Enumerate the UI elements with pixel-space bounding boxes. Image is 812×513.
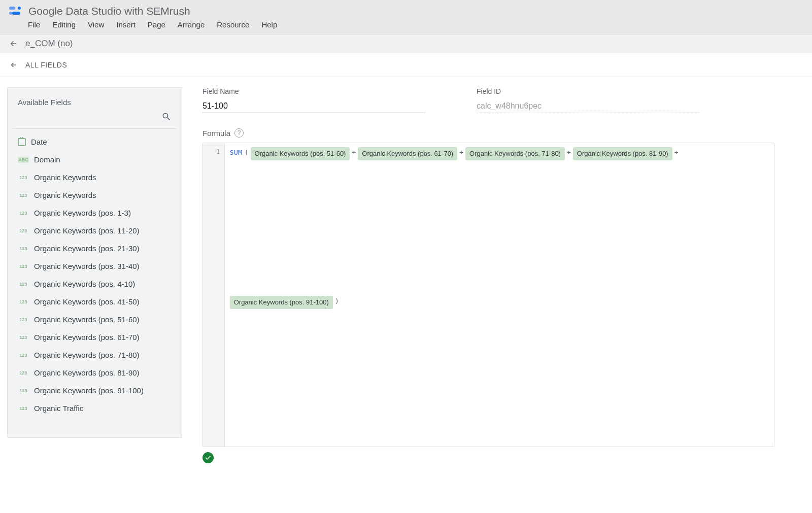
number-type-icon: 123 (18, 388, 29, 394)
field-row[interactable]: 123Organic Keywords (pos. 81-90) (13, 364, 177, 382)
field-chip[interactable]: Organic Keywords (pos. 71-80) (465, 147, 565, 160)
field-row[interactable]: ABCDomain (13, 151, 177, 168)
field-id-label: Field ID (477, 87, 700, 95)
field-row[interactable]: 123Organic Keywords (pos. 21-30) (13, 240, 177, 257)
field-id-input (477, 99, 700, 113)
menu-insert[interactable]: Insert (116, 20, 136, 29)
field-label: Organic Keywords (pos. 21-30) (34, 244, 140, 253)
plus-operator: + (567, 147, 571, 158)
number-type-icon: 123 (18, 334, 29, 340)
field-row[interactable]: 123Organic Keywords (pos. 91-100) (13, 382, 177, 399)
field-row[interactable]: 123Organic Keywords (pos. 51-60) (13, 311, 177, 328)
back-arrow-icon[interactable] (9, 60, 18, 70)
number-type-icon: 123 (18, 405, 29, 412)
plus-operator: + (352, 147, 356, 158)
formula-editor[interactable]: 1 SUM(Organic Keywords (pos. 51-60)+Orga… (202, 143, 774, 447)
menu-file[interactable]: File (28, 20, 40, 29)
field-row[interactable]: 123Organic Keywords (13, 186, 177, 204)
field-chip[interactable]: Organic Keywords (pos. 91-100) (230, 296, 333, 309)
formula-valid-icon (202, 452, 214, 463)
number-type-icon: 123 (18, 228, 29, 234)
calendar-icon (18, 138, 26, 146)
all-fields-label: ALL FIELDS (25, 61, 67, 69)
field-label: Organic Keywords (pos. 71-80) (34, 351, 140, 359)
field-row[interactable]: 123Organic Keywords (pos. 61-70) (13, 328, 177, 346)
formula-label: Formula (202, 129, 230, 138)
number-type-icon: 123 (18, 299, 29, 305)
data-studio-logo-icon (9, 6, 23, 17)
available-fields-panel: Available Fields DateABCDomain123Organic… (7, 87, 182, 438)
svg-point-1 (18, 7, 21, 10)
field-label: Organic Keywords (pos. 91-100) (34, 386, 144, 395)
field-label: Organic Keywords (pos. 51-60) (34, 315, 140, 324)
field-label: Organic Keywords (pos. 31-40) (34, 262, 140, 270)
back-arrow-icon[interactable] (9, 39, 18, 48)
field-row[interactable]: 123Organic Traffic (13, 399, 177, 417)
field-label: Organic Keywords (pos. 41-50) (34, 297, 140, 306)
field-chip[interactable]: Organic Keywords (pos. 51-60) (251, 147, 350, 160)
app-title: Google Data Studio with SEMrush (28, 5, 190, 17)
field-label: Organic Keywords (34, 191, 96, 199)
number-type-icon: 123 (18, 246, 29, 252)
datasource-name: e_COM (no) (25, 39, 73, 49)
number-type-icon: 123 (18, 192, 29, 198)
field-row[interactable]: 123Organic Keywords (pos. 1-3) (13, 204, 177, 222)
available-fields-title: Available Fields (13, 98, 177, 109)
line-number: 1 (203, 148, 220, 155)
number-type-icon: 123 (18, 263, 29, 269)
search-icon[interactable] (161, 112, 172, 123)
field-label: Organic Keywords (pos. 81-90) (34, 368, 140, 377)
field-label: Organic Keywords (pos. 4-10) (34, 280, 135, 288)
calculated-field-editor: Field Name Field ID Formula ? 1 SUM(Orga… (202, 87, 805, 463)
formula-code[interactable]: SUM(Organic Keywords (pos. 51-60)+Organi… (225, 143, 774, 447)
paren-close: ) (335, 296, 339, 307)
field-label: Organic Keywords (34, 173, 96, 182)
number-type-icon: 123 (18, 175, 29, 181)
fields-crumb: ALL FIELDS (0, 53, 812, 77)
svg-point-3 (9, 12, 12, 15)
svg-rect-2 (12, 12, 20, 15)
field-label: Organic Traffic (34, 404, 83, 413)
number-type-icon: 123 (18, 210, 29, 216)
field-label: Domain (34, 155, 60, 164)
menu-editing[interactable]: Editing (52, 20, 76, 29)
field-row[interactable]: 123Organic Keywords (pos. 4-10) (13, 275, 177, 293)
field-label: Date (31, 138, 47, 146)
menu-view[interactable]: View (88, 20, 104, 29)
number-type-icon: 123 (18, 352, 29, 358)
editor-gutter: 1 (203, 143, 225, 447)
datasource-crumb: e_COM (no) (0, 35, 812, 53)
number-type-icon: 123 (18, 281, 29, 287)
menu-help[interactable]: Help (261, 20, 277, 29)
number-type-icon: 123 (18, 370, 29, 376)
plus-operator: + (674, 147, 679, 158)
menu-resource[interactable]: Resource (217, 20, 249, 29)
field-name-input[interactable] (202, 99, 426, 113)
field-row[interactable]: Date (13, 133, 177, 151)
field-chip[interactable]: Organic Keywords (pos. 61-70) (358, 147, 457, 160)
paren-open: ( (245, 147, 249, 158)
field-label: Organic Keywords (pos. 11-20) (34, 226, 140, 235)
app-header: Google Data Studio with SEMrush File Edi… (0, 0, 812, 35)
field-chip[interactable]: Organic Keywords (pos. 81-90) (573, 147, 672, 160)
field-label: Organic Keywords (pos. 61-70) (34, 333, 140, 341)
field-row[interactable]: 123Organic Keywords (pos. 71-80) (13, 346, 177, 364)
menu-arrange[interactable]: Arrange (178, 20, 205, 29)
field-row[interactable]: 123Organic Keywords (pos. 11-20) (13, 222, 177, 240)
number-type-icon: 123 (18, 317, 29, 323)
field-row[interactable]: 123Organic Keywords (13, 168, 177, 186)
field-row[interactable]: 123Organic Keywords (pos. 31-40) (13, 257, 177, 275)
field-row[interactable]: 123Organic Keywords (pos. 41-50) (13, 293, 177, 311)
formula-function: SUM (230, 147, 243, 158)
menu-page[interactable]: Page (148, 20, 165, 29)
plus-operator: + (459, 147, 463, 158)
field-label: Organic Keywords (pos. 1-3) (34, 209, 131, 217)
text-type-icon: ABC (18, 157, 29, 163)
menu-bar: File Editing View Insert Page Arrange Re… (0, 17, 812, 34)
help-icon[interactable]: ? (234, 128, 244, 138)
svg-rect-0 (9, 7, 15, 10)
field-name-label: Field Name (202, 87, 426, 95)
